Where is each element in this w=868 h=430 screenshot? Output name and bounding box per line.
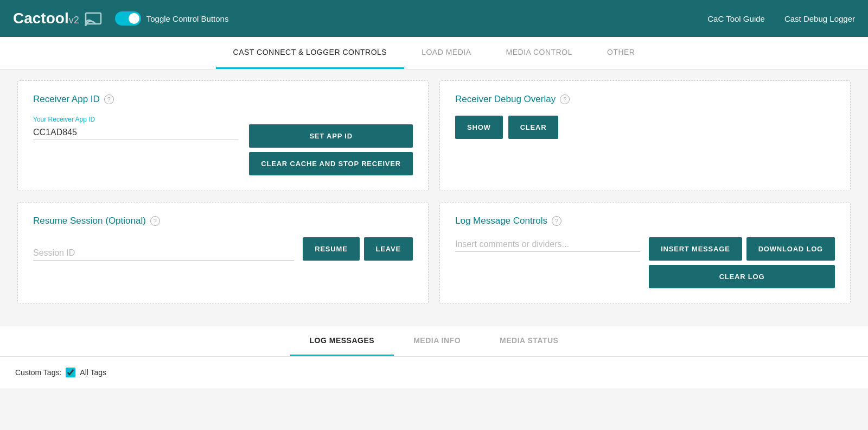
- toggle-label: Toggle Control Buttons: [146, 14, 229, 23]
- download-log-button[interactable]: DOWNLOAD LOG: [746, 237, 835, 261]
- receiver-debug-card: Receiver Debug Overlay ? SHOW CLEAR: [439, 80, 851, 191]
- resume-buttons: RESUME LEAVE: [303, 237, 413, 261]
- receiver-input-area: Your Receiver App ID: [33, 116, 238, 140]
- receiver-app-id-title: Receiver App ID ?: [33, 94, 413, 105]
- receiver-debug-title: Receiver Debug Overlay ?: [455, 94, 835, 105]
- resume-session-help-icon[interactable]: ?: [150, 216, 160, 226]
- tab-load-media[interactable]: LOAD MEDIA: [404, 37, 488, 69]
- log-message-title: Log Message Controls ?: [455, 216, 835, 226]
- cast-debug-logger-link[interactable]: Cast Debug Logger: [784, 14, 855, 23]
- log-buttons-top: INSERT MESSAGE DOWNLOAD LOG: [649, 237, 835, 261]
- tab-media-control[interactable]: MEDIA CONTROL: [489, 37, 590, 69]
- tab-other[interactable]: OTHER: [590, 37, 653, 69]
- receiver-app-id-input[interactable]: [33, 125, 238, 140]
- log-card-inner: INSERT MESSAGE DOWNLOAD LOG CLEAR LOG: [455, 237, 835, 288]
- header-nav: CaC Tool Guide Cast Debug Logger: [707, 14, 855, 23]
- cac-tool-guide-link[interactable]: CaC Tool Guide: [707, 14, 765, 23]
- main-tabs: CAST CONNECT & LOGGER CONTROLS LOAD MEDI…: [0, 37, 868, 69]
- all-tags-checkbox[interactable]: [66, 368, 75, 377]
- log-comment-input[interactable]: [455, 237, 640, 252]
- app-title: Cactoolv2: [13, 10, 79, 27]
- show-button[interactable]: SHOW: [455, 116, 503, 139]
- receiver-app-id-help-icon[interactable]: ?: [104, 94, 114, 104]
- resume-input-area: [33, 246, 294, 261]
- receiver-app-id-card: Receiver App ID ? Your Receiver App ID S…: [17, 80, 429, 191]
- app-header: Cactoolv2 Toggle Control Buttons CaC Too…: [0, 0, 868, 37]
- receiver-debug-help-icon[interactable]: ?: [560, 94, 570, 104]
- receiver-app-id-buttons: SET APP ID CLEAR CACHE AND STOP RECEIVER: [249, 124, 413, 175]
- custom-tags-row: Custom Tags: All Tags: [15, 368, 853, 377]
- tab-media-status[interactable]: MEDIA STATUS: [480, 326, 578, 356]
- all-tags-label: All Tags: [80, 368, 106, 377]
- tab-log-messages[interactable]: LOG MESSAGES: [290, 326, 394, 356]
- debug-buttons: SHOW CLEAR: [455, 116, 835, 139]
- app-version: v2: [69, 15, 79, 26]
- log-buttons: INSERT MESSAGE DOWNLOAD LOG CLEAR LOG: [649, 237, 835, 288]
- resume-session-card: Resume Session (Optional) ? RESUME LEAVE: [17, 202, 429, 304]
- toggle-area[interactable]: Toggle Control Buttons: [115, 11, 229, 26]
- cast-icon: [85, 9, 104, 28]
- logo-area: Cactoolv2: [13, 9, 104, 28]
- cards-grid: Receiver App ID ? Your Receiver App ID S…: [17, 80, 851, 304]
- resume-card-inner: RESUME LEAVE: [33, 237, 413, 261]
- tab-media-info[interactable]: MEDIA INFO: [394, 326, 480, 356]
- bottom-section: LOG MESSAGES MEDIA INFO MEDIA STATUS Cus…: [0, 326, 868, 388]
- log-message-card: Log Message Controls ? INSERT MESSAGE DO…: [439, 202, 851, 304]
- clear-debug-button[interactable]: CLEAR: [508, 116, 559, 139]
- resume-session-title: Resume Session (Optional) ?: [33, 216, 413, 226]
- receiver-app-id-inner: Your Receiver App ID SET APP ID CLEAR CA…: [33, 116, 413, 175]
- set-app-id-button[interactable]: SET APP ID: [249, 124, 413, 148]
- resume-button[interactable]: RESUME: [303, 237, 359, 261]
- clear-cache-button[interactable]: CLEAR CACHE AND STOP RECEIVER: [249, 152, 413, 175]
- bottom-content: Custom Tags: All Tags: [0, 357, 868, 388]
- log-input-area: [455, 237, 640, 252]
- insert-message-button[interactable]: INSERT MESSAGE: [649, 237, 742, 261]
- tab-cast-connect[interactable]: CAST CONNECT & LOGGER CONTROLS: [216, 37, 405, 69]
- toggle-switch[interactable]: [115, 11, 141, 26]
- main-content: Receiver App ID ? Your Receiver App ID S…: [0, 69, 868, 315]
- session-id-input[interactable]: [33, 246, 294, 261]
- log-message-help-icon[interactable]: ?: [552, 216, 561, 226]
- svg-point-1: [85, 24, 87, 26]
- receiver-input-label: Your Receiver App ID: [33, 116, 238, 123]
- custom-tags-label: Custom Tags:: [15, 368, 61, 377]
- clear-log-button[interactable]: CLEAR LOG: [649, 265, 835, 288]
- bottom-tabs: LOG MESSAGES MEDIA INFO MEDIA STATUS: [0, 326, 868, 357]
- toggle-track: [115, 11, 141, 26]
- leave-button[interactable]: LEAVE: [364, 237, 413, 261]
- toggle-thumb: [129, 13, 139, 24]
